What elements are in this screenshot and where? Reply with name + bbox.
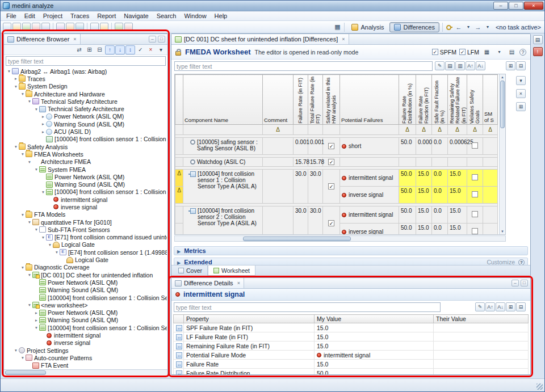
back-icon[interactable]	[455, 23, 463, 32]
details-row[interactable]: ↔Remaining Failure Rate (in FIT)15.0	[174, 342, 529, 351]
rsfr-cell[interactable]: 0.000625	[448, 138, 467, 155]
menu-window[interactable]: Window	[180, 12, 210, 20]
frf-cell[interactable]: 15.0	[416, 170, 432, 187]
export-icon[interactable]	[76, 23, 84, 31]
safety-related-checkbox[interactable]: ✓	[328, 159, 334, 165]
tree-item[interactable]: ▾Technical Safety Architecture	[5, 105, 167, 112]
violates-checkbox[interactable]	[472, 228, 478, 234]
view-mode-menu-icon[interactable]	[494, 48, 504, 57]
tree-item[interactable]: ▾[E74] front collision sensor 1 (1.49988…	[5, 248, 167, 256]
failure-rate-cell[interactable]: 0.001	[294, 138, 308, 155]
worksheet-filter-input[interactable]	[174, 61, 433, 71]
tree-item[interactable]: ▾Airbag2 ↔ Airbag1 (was: Airbag)	[5, 68, 167, 75]
refresh-icon[interactable]	[41, 23, 50, 31]
previous-difference-icon[interactable]: ↑	[105, 45, 115, 54]
redo-icon[interactable]	[100, 23, 108, 31]
column-header-pf[interactable]: Potential Failures	[340, 75, 399, 125]
tree-twistie-icon[interactable]: ▾	[27, 220, 32, 225]
violates-checkbox[interactable]	[472, 191, 478, 197]
tree-item[interactable]: Power Network (ASIL QM)	[5, 279, 167, 286]
tree-twistie-icon[interactable]: ▸	[33, 310, 39, 315]
violates-checkbox[interactable]	[472, 142, 478, 149]
tree-item[interactable]: ▸Power Network (ASIL QM)	[5, 113, 167, 120]
frd-cell[interactable]: 50.0	[399, 170, 416, 187]
column-header-tfr[interactable]: Total Failure Rate (in FIT)	[308, 75, 323, 125]
tree-item[interactable]: inverse signal	[5, 203, 167, 210]
failure-rate-cell[interactable]: 30.0	[294, 170, 308, 204]
sff-cell[interactable]: 0.0	[432, 224, 448, 235]
tree-item[interactable]: ▾Diagnostic Coverage	[5, 264, 167, 271]
menu-traces[interactable]: Traces	[66, 12, 93, 20]
tree-twistie-icon[interactable]: ▾	[20, 355, 26, 360]
search-icon[interactable]	[115, 23, 123, 31]
rsfr-cell[interactable]	[448, 158, 467, 167]
print-icon[interactable]	[32, 23, 40, 31]
column-header-rsfr[interactable]: Remaining Safety Related Failure Rate (i…	[448, 75, 467, 125]
edit-icon[interactable]: ✎	[435, 61, 445, 70]
tree-item[interactable]: ▾[100004] front collision sensor 1 : Col…	[5, 188, 167, 196]
sm-cell[interactable]	[483, 170, 498, 187]
details-row[interactable]: ↔LF Failure Rate (in FIT)15.0	[174, 332, 529, 342]
frf-cell[interactable]	[416, 158, 432, 167]
save-icon[interactable]	[12, 23, 21, 31]
tree-item[interactable]: ▾Technical Safety Architecture	[5, 98, 167, 105]
sff-cell[interactable]: 0.0	[432, 170, 448, 187]
expand-all-icon[interactable]: ⊞	[85, 45, 94, 54]
add-icon[interactable]: ⊞	[516, 102, 526, 111]
tree-item[interactable]: ▾Sub-FTA Front Sensors	[5, 226, 167, 233]
failure-rate-cell[interactable]: 15.78	[294, 158, 308, 167]
tree-twistie-icon[interactable]: ▸	[13, 76, 19, 81]
tree-item[interactable]: ▾FMEA Worksheets	[5, 150, 167, 158]
tree-filter-input[interactable]	[6, 56, 166, 66]
frd-cell[interactable]: 50.0	[399, 187, 416, 204]
tree-twistie-icon[interactable]: ▾	[27, 99, 32, 104]
violates-safety-goals-cell[interactable]	[467, 206, 483, 224]
tree-twistie-icon[interactable]: ▾	[33, 167, 39, 172]
edit-icon[interactable]: ✎	[475, 302, 485, 311]
sm-cell[interactable]	[483, 206, 498, 224]
save-all-icon[interactable]	[22, 23, 31, 31]
frf-cell[interactable]: 15.0	[416, 224, 432, 235]
difference-browser-tab[interactable]: Difference Browser	[4, 34, 81, 44]
tree-item[interactable]: ▾Auto-counter Patterns	[5, 354, 167, 361]
column-header-component[interactable]: Component Name	[183, 75, 263, 125]
tree-twistie-icon[interactable]: ▾	[13, 348, 19, 353]
violates-safety-goals-cell[interactable]	[467, 158, 483, 167]
tree-twistie-icon[interactable]: ▸	[40, 114, 46, 119]
maximize-view-icon[interactable]	[521, 280, 528, 286]
tree-item[interactable]: Logical Gate	[5, 256, 167, 263]
tree-twistie-icon[interactable]: ▾	[27, 302, 32, 307]
tree-item[interactable]: ▸Warning Sound (ASIL QM)	[5, 120, 167, 128]
next-difference-icon[interactable]: ↓	[115, 45, 125, 54]
violates-checkbox[interactable]	[472, 174, 478, 180]
column-header-sff[interactable]: Safe Fault Fraction (in %)	[432, 75, 448, 125]
tree-twistie-icon[interactable]: ▾	[54, 250, 60, 255]
minimize-view-icon[interactable]	[512, 280, 519, 286]
rsfr-cell[interactable]: 15.0	[448, 224, 467, 235]
component-name-cell[interactable]: [100005] safing sensor : Safing Sensor (…	[183, 138, 263, 155]
metrics-section[interactable]: Metrics	[174, 246, 528, 255]
task-status[interactable]: <no task active>	[493, 24, 541, 31]
tree-twistie-icon[interactable]: ▾	[27, 272, 32, 277]
frf-cell[interactable]: 15.0	[416, 206, 432, 224]
font-decrease-icon[interactable]: A↓	[476, 61, 485, 70]
close-editor-icon[interactable]	[342, 36, 345, 42]
lfm-toggle[interactable]: LFM	[459, 49, 479, 56]
scroll-up-icon[interactable]	[500, 74, 505, 80]
worksheet-horizontal-scrollbar[interactable]	[174, 235, 506, 242]
violates-checkbox[interactable]	[472, 211, 478, 217]
menu-file[interactable]: File	[2, 12, 20, 20]
details-filter-input[interactable]	[174, 302, 441, 312]
close-button[interactable]: ×	[524, 2, 543, 10]
violates-safety-goals-cell[interactable]	[467, 170, 483, 187]
tree-item[interactable]: FTA Event	[5, 362, 167, 369]
synchronize-icon[interactable]: ⇄	[74, 45, 84, 54]
tree-twistie-icon[interactable]: ▾	[40, 235, 46, 240]
menu-navigate[interactable]: Navigate	[120, 12, 152, 20]
column-header-vsg[interactable]: Violates Safety Goals	[467, 75, 483, 125]
menu-report[interactable]: Report	[93, 12, 120, 20]
spfm-checkbox[interactable]	[432, 49, 438, 55]
tree-item[interactable]: ▾[E71] front collision command issued un…	[5, 234, 167, 241]
difference-details-tab[interactable]: Difference Details	[171, 278, 244, 288]
tree-twistie-icon[interactable]: ▸	[40, 129, 46, 134]
